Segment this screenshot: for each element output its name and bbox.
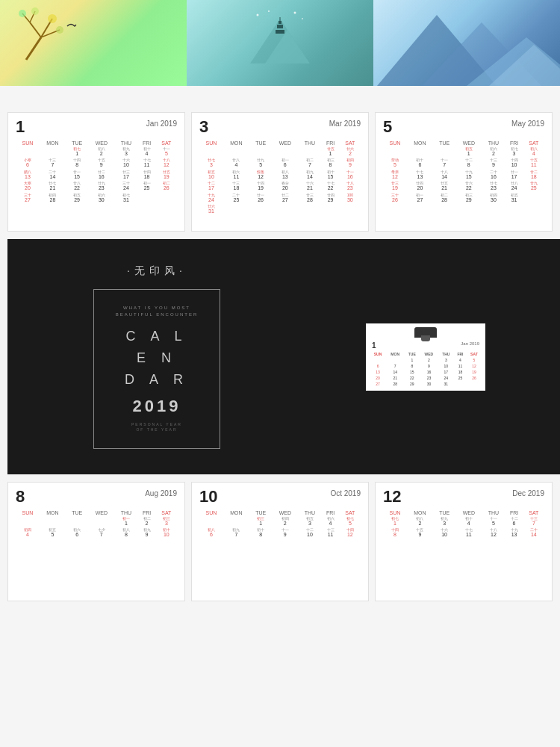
table-row: 三十27 初四28 初五29 初六30 初七31: [16, 193, 177, 204]
table-row: 廿五1 廿六2: [199, 146, 361, 158]
dec-num: 12: [383, 489, 401, 505]
table-row: 腊八13 二十14 廿一15 廿二16 廿三17 廿四18 廿五19: [16, 170, 177, 181]
svg-point-6: [19, 10, 26, 17]
table-row: 初七1 初八2 初九3 初十4 十一5: [16, 146, 177, 158]
svg-line-0: [26, 37, 41, 60]
dec-grid: SUN MON TUE WED THU FRI SAT 初七1 初八2 初九3: [383, 509, 544, 539]
image-tree: [0, 0, 187, 86]
svg-point-7: [31, 7, 39, 15]
jan-header-thu: THU: [114, 140, 137, 146]
table-row: 67 89 1011 12: [370, 363, 482, 369]
table-row: 小寒6 十三7 十四8 十五9 十六10 十七11 十八12: [16, 158, 177, 169]
wuyin-subtitle: WHAT IS YOU MOSTBEAUTIFUL ENCOUNTER: [116, 305, 198, 318]
calendar-row-top: 1 Jan 2019 SUN MON TUE WED THU FRI SAT: [0, 112, 560, 232]
clipboard-clip: [414, 327, 437, 338]
table-row: 初四4 初五5 初六6 七夕7 初八8 初九9 初十10: [16, 527, 177, 539]
black-and-calendar-left: ·无印风· WHAT IS YOU MOSTBEAUTIFUL ENCOUNTE…: [7, 239, 560, 474]
mountains-svg: [373, 0, 560, 86]
svg-point-8: [48, 14, 57, 23]
table-row: 廿六31: [199, 204, 361, 215]
table-row: 廿三19 廿四20 廿五21 廿六22 廿七23 廿八24 廿九25: [383, 181, 544, 192]
clipboard-card: 1 Jan 2019 SUN MON TUE WED THU: [366, 323, 485, 391]
dec-label: Dec 2019: [512, 489, 544, 499]
calendar-mar: 3 Mar 2019 SUN MON TUE WED THU FRI SAT: [191, 112, 369, 232]
table-row: 十二17 十三18 十四19 春分20 十六21 十七22 十八23: [199, 181, 361, 192]
black-right: 1 Jan 2019 SUN MON TUE WED THU: [295, 254, 556, 459]
table-row: 1314 1516 1718 19: [370, 369, 482, 375]
svg-point-9: [56, 26, 63, 34]
clip-cal-num: 1: [372, 341, 376, 350]
clip-cal-header: 1 Jan 2019: [370, 340, 482, 351]
table-row: 2021 2223 2425 26: [370, 375, 482, 381]
wuyin-title: ·无印风·: [127, 264, 187, 278]
clip-cal-label: Jan 2019: [461, 341, 479, 350]
table-row: 初三1 初四2 初五3 初六4 初七5: [199, 516, 361, 527]
table-row: 十九24 二十25 廿一26 廿二27 廿三28 廿四29 10030: [199, 193, 361, 204]
svg-point-16: [257, 14, 259, 16]
calendar-dec: 12 Dec 2019 SUN MON TUE WED THU FRI SAT: [375, 482, 553, 601]
calendar-oct: 10 Oct 2019 SUN MON TUE WED THU FRI SAT: [191, 482, 369, 601]
table-row: 三十26 初一27 初二28 初三29 初四30 初五31: [383, 193, 544, 204]
table-row: 初五1 初六2 初七3 初八4: [383, 146, 544, 158]
calendar-may: 5 May 2019 SUN MON TUE WED THU FRI SAT: [375, 112, 553, 232]
jan-header-wed: WED: [88, 140, 114, 146]
tree-svg: [4, 7, 93, 67]
svg-point-18: [294, 12, 296, 14]
jan-header-sun: SUN: [16, 140, 40, 146]
svg-rect-12: [276, 30, 284, 34]
mar-num: 3: [199, 119, 208, 135]
table-row: 初一1 初二2 初三3: [16, 516, 177, 527]
jan-label: Jan 2019: [146, 119, 177, 129]
oct-label: Oct 2019: [330, 489, 361, 499]
wuyin-letters: C A LE ND A R: [125, 326, 189, 390]
clip-grid: SUN MON TUE WED THU FRI SAT: [370, 351, 482, 387]
oct-grid: SUN MON TUE WED THU FRI SAT 初三1 初四2 初五3: [199, 509, 361, 539]
svg-point-19: [302, 18, 303, 19]
table-row: 劳动5 初十6 十一7 十二8 十三9 十四10 十五11: [383, 158, 544, 169]
pagoda-svg: [243, 4, 317, 71]
may-num: 5: [383, 119, 392, 135]
table-row: 12 34 5: [370, 357, 482, 363]
table-row: 2728 2930 31: [370, 381, 482, 387]
jan-grid: SUN MON TUE WED THU FRI SAT 初七1 初八2: [16, 140, 177, 204]
table-row: 初五10 初六11 惊蛰12 初八13 初九14 初十15 十一16: [199, 170, 361, 181]
jan-num: 1: [16, 119, 25, 135]
black-left: ·无印风· WHAT IS YOU MOSTBEAUTIFUL ENCOUNTE…: [19, 254, 295, 459]
image-mountains: [373, 0, 560, 86]
svg-rect-14: [279, 21, 281, 24]
calendar-jan: 1 Jan 2019 SUN MON TUE WED THU FRI SAT: [7, 112, 185, 232]
may-label: May 2019: [511, 119, 544, 129]
table-row: 大寒20 廿七21 廿八22 廿九23 三十24 初一25 初二26: [16, 181, 177, 192]
mar-grid: SUN MON TUE WED THU FRI SAT: [199, 140, 361, 215]
top-image-strip: [0, 0, 560, 86]
calendar-row-bottom: 8 Aug 2019 SUN MON TUE WED THU FRI SAT: [0, 482, 560, 601]
jan-header-sat: SAT: [156, 140, 177, 146]
svg-rect-13: [277, 25, 283, 28]
oct-num: 10: [199, 489, 217, 505]
black-section: ·无印风· WHAT IS YOU MOSTBEAUTIFUL ENCOUNTE…: [7, 239, 560, 474]
svg-line-1: [30, 22, 41, 37]
aug-label: Aug 2019: [145, 489, 177, 499]
jan-header-fri: FRI: [137, 140, 155, 146]
aug-grid: SUN MON TUE WED THU FRI SAT 初一1 初二2: [16, 509, 177, 539]
calendar-aug: 8 Aug 2019 SUN MON TUE WED THU FRI SAT: [7, 482, 185, 601]
table-row: 初七1 初八2 初九3 初十4 十一5 十二6 十三7: [383, 516, 544, 527]
spacer-1: [0, 86, 560, 112]
mid-section: ·无印风· WHAT IS YOU MOSTBEAUTIFUL ENCOUNTE…: [0, 239, 560, 474]
image-pagoda: [187, 0, 373, 86]
may-grid: SUN MON TUE WED THU FRI SAT 初五1: [383, 140, 544, 204]
table-row: 十四8 十五9 十六10 十七11 十八12 十九13 二十14: [383, 527, 544, 539]
clipboard-clip-area: [370, 327, 482, 338]
jan-header-mon: MON: [40, 140, 66, 146]
table-row: 初八6 初九7 初十8 十一9 十二10 十三11 十四12: [199, 527, 361, 539]
table-row: 廿七3 廿八4 廿九5 初一6 初二7 初三8 初四9: [199, 158, 361, 169]
wuyin-footer: PERSONAL YEAROF THE YEAR: [131, 422, 182, 433]
aug-num: 8: [16, 489, 25, 505]
jan-header-tue: TUE: [66, 140, 88, 146]
table-row: 母亲12 十七13 十八14 十九15 二十16 廿一17 廿二18: [383, 170, 544, 181]
svg-point-17: [268, 10, 270, 12]
wuyin-card: WHAT IS YOU MOSTBEAUTIFUL ENCOUNTER C A …: [93, 289, 220, 448]
mar-label: Mar 2019: [329, 119, 361, 129]
wuyin-year: 2019: [133, 397, 181, 416]
